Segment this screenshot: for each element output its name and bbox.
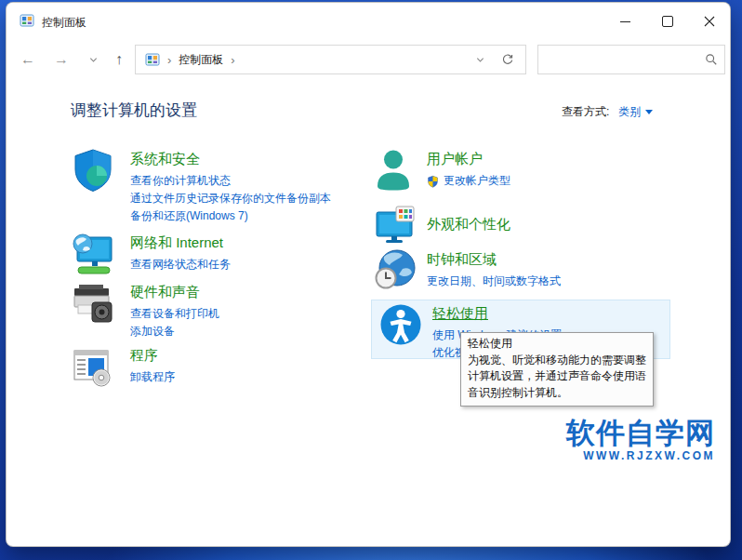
desktop-background: 控制面板 ← → ↑ › 控制面板 › bbox=[0, 0, 742, 560]
breadcrumb-control-panel[interactable]: 控制面板 bbox=[179, 52, 223, 68]
up-button[interactable]: ↑ bbox=[105, 46, 133, 73]
dropdown-arrow-icon bbox=[645, 110, 653, 114]
breadcrumb-separator: › bbox=[231, 53, 234, 67]
minimize-button[interactable] bbox=[604, 3, 646, 40]
maximize-icon bbox=[662, 16, 673, 27]
hardware-sound-icon[interactable] bbox=[71, 281, 115, 326]
category-system-security: 系统和安全 查看你的计算机状态 通过文件历史记录保存你的文件备份副本 备份和还原… bbox=[71, 148, 331, 225]
breadcrumb-separator: › bbox=[167, 53, 171, 67]
appearance-icon[interactable] bbox=[373, 204, 417, 248]
category-title-network-internet[interactable]: 网络和 Internet bbox=[130, 233, 231, 252]
tooltip-title: 轻松使用 bbox=[468, 336, 646, 353]
titlebar: 控制面板 bbox=[7, 3, 730, 40]
link-review-computer-status[interactable]: 查看你的计算机状态 bbox=[130, 172, 331, 190]
security-shield-icon[interactable] bbox=[71, 148, 115, 193]
search-input[interactable] bbox=[538, 46, 697, 73]
window-title: 控制面板 bbox=[42, 15, 86, 31]
tooltip-body: 为视觉、听觉和移动能力的需要调整计算机设置，并通过声音命令使用语音识别控制计算机… bbox=[468, 353, 646, 402]
category-network-internet: 网络和 Internet 查看网络状态和任务 bbox=[71, 232, 231, 276]
uac-shield-icon bbox=[427, 175, 439, 188]
search-box bbox=[537, 45, 725, 74]
category-title-ease-of-access[interactable]: 轻松使用 bbox=[432, 303, 562, 323]
category-title-appearance[interactable]: 外观和个性化 bbox=[427, 214, 510, 233]
view-by-control: 查看方式: 类别 bbox=[562, 104, 653, 120]
category-user-accounts: 用户帐户 更改帐户类型 bbox=[373, 148, 510, 193]
ease-of-access-icon[interactable] bbox=[378, 302, 423, 347]
category-title-programs[interactable]: 程序 bbox=[130, 345, 175, 365]
forward-button[interactable]: → bbox=[47, 46, 75, 73]
category-title-clock-region[interactable]: 时钟和区域 bbox=[427, 249, 561, 269]
close-button[interactable] bbox=[688, 3, 730, 40]
link-change-account-type[interactable]: 更改帐户类型 bbox=[444, 172, 510, 190]
page-title: 调整计算机的设置 bbox=[71, 100, 197, 121]
control-panel-window: 控制面板 ← → ↑ › 控制面板 › bbox=[6, 2, 731, 547]
category-hardware-sound: 硬件和声音 查看设备和打印机 添加设备 bbox=[71, 281, 219, 340]
watermark-site-url: WWW.RJZXW.COM bbox=[566, 449, 715, 463]
minimize-icon bbox=[620, 21, 630, 22]
link-uninstall-program[interactable]: 卸载程序 bbox=[130, 368, 175, 386]
link-view-devices-printers[interactable]: 查看设备和打印机 bbox=[130, 305, 219, 323]
close-icon bbox=[704, 16, 715, 27]
link-change-date-time-formats[interactable]: 更改日期、时间或数字格式 bbox=[427, 273, 561, 290]
navigation-toolbar: ← → ↑ › 控制面板 › bbox=[7, 40, 730, 81]
view-by-dropdown[interactable]: 类别 bbox=[618, 104, 653, 120]
recent-pages-dropdown[interactable] bbox=[79, 46, 107, 73]
watermark-site-name: 软件自学网 bbox=[566, 418, 715, 449]
network-icon[interactable] bbox=[71, 232, 115, 276]
programs-icon[interactable] bbox=[71, 344, 115, 389]
category-clock-region: 时钟和区域 更改日期、时间或数字格式 bbox=[373, 248, 561, 293]
link-backup-restore-win7[interactable]: 备份和还原(Windows 7) bbox=[130, 207, 331, 225]
clock-region-icon[interactable] bbox=[373, 248, 417, 293]
control-panel-icon bbox=[145, 52, 160, 67]
search-icon[interactable] bbox=[697, 53, 725, 66]
link-add-device[interactable]: 添加设备 bbox=[130, 323, 219, 340]
category-programs: 程序 卸载程序 bbox=[71, 344, 175, 389]
category-appearance: 外观和个性化 bbox=[373, 204, 510, 248]
control-panel-icon bbox=[20, 13, 34, 28]
refresh-button[interactable] bbox=[492, 53, 523, 66]
address-bar[interactable]: › 控制面板 › bbox=[135, 45, 526, 74]
category-title-hardware-sound[interactable]: 硬件和声音 bbox=[130, 282, 219, 301]
ease-of-access-tooltip: 轻松使用 为视觉、听觉和移动能力的需要调整计算机设置，并通过声音命令使用语音识别… bbox=[460, 332, 654, 407]
address-dropdown-button[interactable] bbox=[468, 55, 492, 65]
user-accounts-icon[interactable] bbox=[373, 148, 417, 193]
back-button[interactable]: ← bbox=[14, 46, 42, 73]
chevron-down-icon bbox=[88, 55, 99, 65]
link-file-history-backup[interactable]: 通过文件历史记录保存你的文件备份副本 bbox=[130, 190, 331, 207]
chevron-down-icon bbox=[475, 55, 485, 65]
refresh-icon bbox=[501, 53, 514, 66]
category-title-user-accounts[interactable]: 用户帐户 bbox=[427, 149, 510, 168]
link-view-network-status[interactable]: 查看网络状态和任务 bbox=[130, 256, 231, 273]
view-by-value: 类别 bbox=[618, 104, 641, 120]
view-by-label: 查看方式: bbox=[562, 104, 609, 120]
category-title-system-security[interactable]: 系统和安全 bbox=[130, 149, 331, 168]
maximize-button[interactable] bbox=[646, 3, 688, 40]
watermark: 软件自学网 WWW.RJZXW.COM bbox=[566, 418, 715, 463]
